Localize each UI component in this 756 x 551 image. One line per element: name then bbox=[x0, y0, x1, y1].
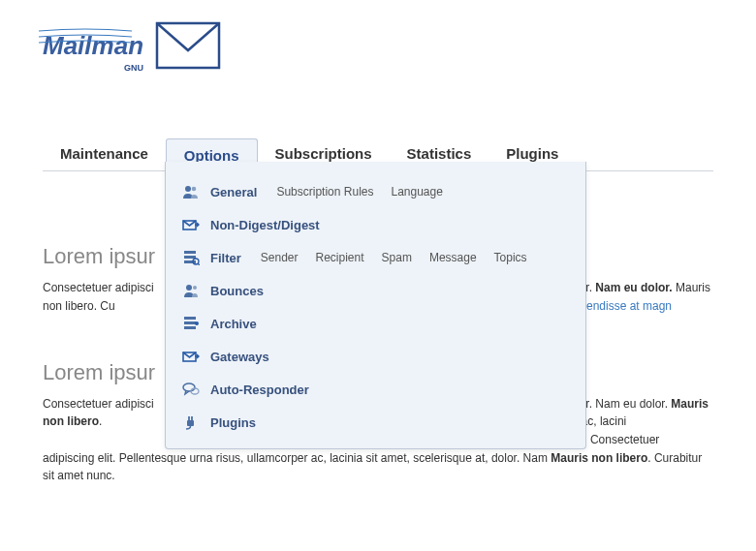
envelope-icon bbox=[149, 15, 227, 76]
svg-rect-11 bbox=[184, 317, 196, 320]
svg-rect-5 bbox=[184, 256, 196, 259]
menu-item-archive[interactable]: Archive bbox=[181, 307, 570, 340]
menu-label: Plugins bbox=[210, 415, 256, 430]
envelope-out-icon bbox=[181, 216, 201, 233]
svg-line-8 bbox=[198, 263, 200, 265]
svg-rect-4 bbox=[184, 251, 196, 254]
menu-label: Filter bbox=[210, 251, 241, 265]
sub-sender[interactable]: Sender bbox=[261, 251, 299, 264]
menu-label: Gateways bbox=[210, 350, 269, 364]
menu-label: Non-Digest/Digest bbox=[210, 218, 320, 232]
filter-icon bbox=[181, 249, 201, 266]
menu-label: Archive bbox=[210, 317, 257, 331]
menu-item-digest[interactable]: Non-Digest/Digest bbox=[181, 208, 570, 241]
svg-point-9 bbox=[186, 285, 192, 291]
sub-message[interactable]: Message bbox=[429, 251, 477, 264]
menu-item-general[interactable]: General Subscription Rules Language bbox=[181, 175, 570, 208]
menu-label: Auto-Responder bbox=[210, 383, 309, 397]
archive-icon bbox=[181, 315, 201, 332]
sub-recipient[interactable]: Recipient bbox=[316, 251, 364, 264]
logo-motion-lines bbox=[37, 27, 134, 46]
mail-arrow-icon bbox=[181, 348, 201, 365]
tab-maintenance[interactable]: Maintenance bbox=[43, 138, 166, 170]
menu-item-autoresponder[interactable]: Auto-Responder bbox=[181, 373, 570, 406]
svg-rect-18 bbox=[187, 420, 194, 426]
svg-point-1 bbox=[185, 186, 191, 192]
menu-label: Bounces bbox=[210, 284, 264, 298]
menu-item-filter[interactable]: Filter Sender Recipient Spam Message Top… bbox=[181, 241, 570, 274]
svg-point-16 bbox=[183, 383, 195, 391]
chat-bubbles-icon bbox=[181, 381, 201, 398]
user-icon bbox=[181, 183, 201, 200]
plug-icon bbox=[181, 413, 201, 431]
logo-brand: Mailman GNU bbox=[43, 31, 143, 61]
menu-label: General bbox=[210, 185, 257, 199]
app-logo: Mailman GNU bbox=[43, 15, 227, 76]
sub-subscription-rules[interactable]: Subscription Rules bbox=[276, 185, 373, 199]
sub-spam[interactable]: Spam bbox=[382, 251, 412, 264]
svg-rect-12 bbox=[184, 321, 196, 324]
sub-topics[interactable]: Topics bbox=[494, 251, 527, 264]
menu-item-bounces[interactable]: Bounces bbox=[181, 274, 570, 307]
options-dropdown: General Subscription Rules Language Non-… bbox=[165, 162, 586, 449]
svg-point-10 bbox=[193, 286, 197, 290]
users-icon bbox=[181, 282, 201, 299]
svg-point-14 bbox=[195, 321, 199, 325]
logo-sub: GNU bbox=[124, 63, 143, 73]
menu-item-plugins[interactable]: Plugins bbox=[181, 406, 570, 439]
sub-language[interactable]: Language bbox=[391, 185, 442, 199]
svg-point-2 bbox=[192, 187, 197, 192]
svg-rect-13 bbox=[184, 326, 196, 329]
menu-item-gateways[interactable]: Gateways bbox=[181, 340, 570, 373]
